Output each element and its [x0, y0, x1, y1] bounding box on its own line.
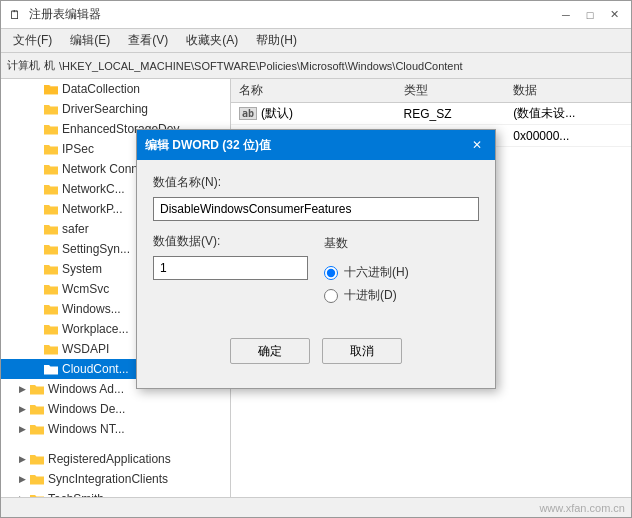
dialog-data-row: 数值数据(V): 基数 十六进制(H) 十进制(D): [153, 233, 479, 304]
radio-dec-label[interactable]: 十进制(D): [324, 287, 479, 304]
radio-hex-label[interactable]: 十六进制(H): [324, 264, 479, 281]
base-section: 基数 十六进制(H) 十进制(D): [324, 233, 479, 304]
dialog-title: 编辑 DWORD (32 位)值: [145, 137, 271, 154]
dialog-body: 数值名称(N): 数值数据(V): 基数 十六进制(H): [137, 160, 495, 330]
radio-dec-text: 十进制(D): [344, 287, 397, 304]
name-input[interactable]: [153, 197, 479, 221]
dialog-title-bar: 编辑 DWORD (32 位)值 ✕: [137, 130, 495, 160]
base-label: 基数: [324, 235, 479, 252]
cancel-button[interactable]: 取消: [322, 338, 402, 364]
dialog-overlay: 编辑 DWORD (32 位)值 ✕ 数值名称(N): 数值数据(V): 基数: [1, 1, 631, 517]
main-window: 🗒 注册表编辑器 ─ □ ✕ 文件(F) 编辑(E) 查看(V) 收藏夹(A) …: [0, 0, 632, 518]
radio-dec[interactable]: [324, 289, 338, 303]
ok-button[interactable]: 确定: [230, 338, 310, 364]
data-label: 数值数据(V):: [153, 233, 308, 250]
data-input[interactable]: [153, 256, 308, 280]
edit-dword-dialog: 编辑 DWORD (32 位)值 ✕ 数值名称(N): 数值数据(V): 基数: [136, 129, 496, 389]
value-section: 数值数据(V):: [153, 233, 308, 304]
name-label: 数值名称(N):: [153, 174, 479, 191]
radio-hex-text: 十六进制(H): [344, 264, 409, 281]
dialog-footer: 确定 取消: [137, 330, 495, 378]
dialog-close-button[interactable]: ✕: [467, 136, 487, 154]
radio-hex[interactable]: [324, 266, 338, 280]
